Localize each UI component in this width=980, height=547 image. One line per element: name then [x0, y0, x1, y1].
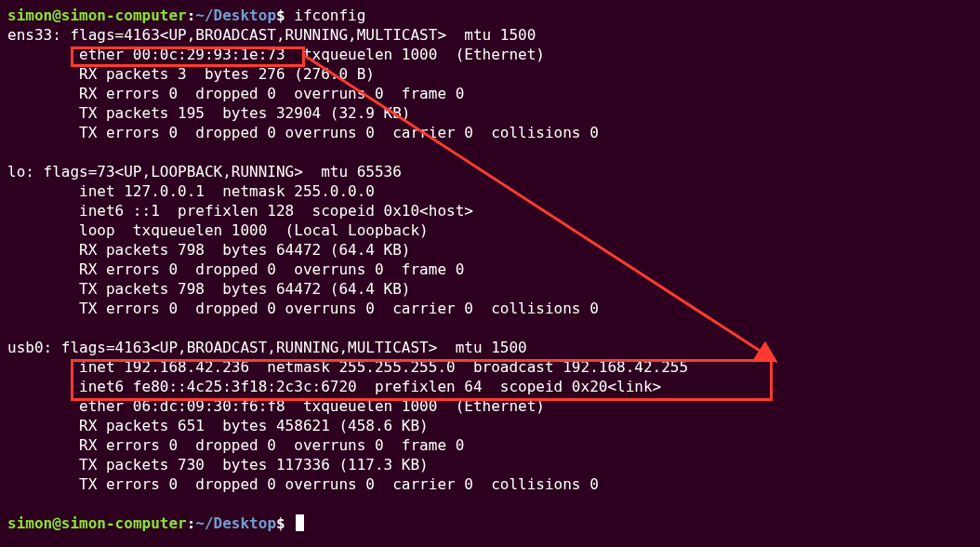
- blank-3: [7, 494, 973, 514]
- prompt-dollar: $: [276, 7, 285, 24]
- ens33-line-2: ether 00:0c:29:93:1e:73 txqueuelen 1000 …: [7, 45, 973, 64]
- usb0-line-8: TX errors 0 dropped 0 overruns 0 carrier…: [7, 474, 973, 494]
- lo-line-2: inet 127.0.0.1 netmask 255.0.0.0: [7, 181, 973, 201]
- prompt-user: simon: [7, 7, 52, 24]
- lo-line-6: RX errors 0 dropped 0 overruns 0 frame 0: [7, 260, 973, 279]
- command-text[interactable]: ifconfig: [294, 7, 365, 24]
- usb0-line-5: RX packets 651 bytes 458621 (458.6 KB): [7, 416, 973, 435]
- ens33-line-3: RX packets 3 bytes 276 (276.0 B): [7, 64, 973, 84]
- prompt-at-2: @: [52, 514, 61, 532]
- cursor-icon: [296, 514, 304, 531]
- prompt-path-2: ~/Desktop: [195, 514, 276, 532]
- ens33-line-1: ens33: flags=4163<UP,BROADCAST,RUNNING,M…: [7, 25, 973, 45]
- lo-line-1: lo: flags=73<UP,LOOPBACK,RUNNING> mtu 65…: [7, 162, 973, 181]
- lo-line-7: TX packets 798 bytes 64472 (64.4 KB): [7, 279, 973, 299]
- usb0-line-3: inet6 fe80::4c25:3f18:2c3c:6720 prefixle…: [7, 377, 973, 396]
- lo-line-4: loop txqueuelen 1000 (Local Loopback): [7, 220, 973, 240]
- prompt-path: ~/Desktop: [195, 7, 276, 24]
- prompt-colon-2: :: [187, 514, 196, 532]
- prompt-line-1: simon@simon-computer:~/Desktop$ ifconfig: [7, 6, 973, 25]
- usb0-line-1: usb0: flags=4163<UP,BROADCAST,RUNNING,MU…: [7, 338, 973, 357]
- usb0-line-2: inet 192.168.42.236 netmask 255.255.255.…: [7, 357, 973, 377]
- blank-1: [7, 142, 973, 162]
- ens33-line-5: TX packets 195 bytes 32904 (32.9 KB): [7, 103, 973, 123]
- usb0-line-6: RX errors 0 dropped 0 overruns 0 frame 0: [7, 435, 973, 455]
- prompt-at: @: [52, 7, 61, 24]
- prompt-host: simon-computer: [61, 7, 187, 24]
- lo-line-5: RX packets 798 bytes 64472 (64.4 KB): [7, 240, 973, 260]
- prompt-colon: :: [187, 7, 196, 24]
- lo-line-3: inet6 ::1 prefixlen 128 scopeid 0x10<hos…: [7, 201, 973, 220]
- prompt-user-2: simon: [7, 514, 52, 532]
- usb0-line-7: TX packets 730 bytes 117336 (117.3 KB): [7, 455, 973, 474]
- lo-line-8: TX errors 0 dropped 0 overruns 0 carrier…: [7, 299, 973, 318]
- prompt-dollar-2: $: [276, 514, 285, 532]
- blank-2: [7, 318, 973, 338]
- prompt-host-2: simon-computer: [61, 514, 187, 532]
- prompt-line-2[interactable]: simon@simon-computer:~/Desktop$: [7, 514, 973, 533]
- ens33-line-4: RX errors 0 dropped 0 overruns 0 frame 0: [7, 84, 973, 103]
- ens33-line-6: TX errors 0 dropped 0 overruns 0 carrier…: [7, 123, 973, 142]
- usb0-line-4: ether 06:dc:09:30:f6:f8 txqueuelen 1000 …: [7, 396, 973, 416]
